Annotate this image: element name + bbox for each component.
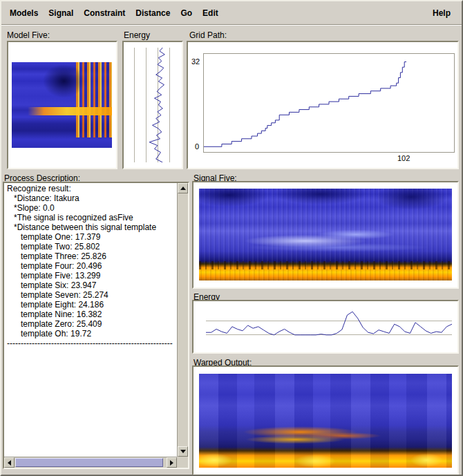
energy-model-plot	[128, 48, 179, 162]
energy-signal-panel	[192, 300, 459, 354]
process-description-panel: Recognize result: *Distance: Itakura *Sl…	[3, 182, 189, 469]
grid-path-plot	[203, 53, 455, 153]
scroll-right-button[interactable]	[167, 457, 177, 468]
menu-distance[interactable]: Distance	[135, 8, 170, 18]
energy-signal-plot	[206, 307, 452, 348]
scroll-left-button[interactable]	[4, 457, 15, 468]
up-arrow-icon	[180, 187, 186, 190]
process-text[interactable]: Recognize result: *Distance: Itakura *Sl…	[5, 183, 176, 456]
vertical-scrollbar[interactable]	[177, 183, 188, 457]
grid-path-ymax-tick: 32	[191, 57, 200, 66]
grid-path-ymin-tick: 0	[195, 142, 199, 151]
model-five-label: Model Five:	[7, 30, 50, 40]
energy-model-panel	[122, 41, 183, 169]
horizontal-scrollbar[interactable]	[4, 457, 177, 468]
menu-constraint[interactable]: Constraint	[84, 8, 125, 18]
left-arrow-icon	[8, 460, 11, 466]
scrollbar-corner	[177, 457, 188, 468]
signal-five-panel	[192, 181, 459, 289]
model-five-panel	[7, 41, 117, 169]
energy-model-label: Energy	[124, 30, 150, 40]
right-arrow-icon	[170, 460, 173, 466]
down-arrow-icon	[180, 450, 186, 453]
menu-signal[interactable]: Signal	[48, 8, 73, 18]
scroll-up-button[interactable]	[178, 183, 188, 193]
horizontal-scroll-thumb[interactable]	[15, 458, 163, 467]
menu-help[interactable]: Help	[433, 8, 451, 18]
warped-output-spectrogram	[199, 374, 452, 468]
menu-edit[interactable]: Edit	[202, 8, 218, 18]
menu-bar: Models Signal Constraint Distance Go Edi…	[1, 1, 462, 25]
grid-path-panel: 32 0 102	[187, 41, 459, 169]
grid-path-xmax-tick: 102	[397, 154, 410, 162]
menu-models[interactable]: Models	[10, 8, 38, 18]
scroll-down-button[interactable]	[178, 446, 188, 457]
signal-five-spectrogram	[199, 189, 452, 280]
app-window: Models Signal Constraint Distance Go Edi…	[0, 0, 463, 476]
menu-go[interactable]: Go	[180, 8, 192, 18]
warped-output-panel	[192, 365, 459, 475]
grid-path-label: Grid Path:	[189, 30, 227, 40]
model-five-spectrogram	[12, 62, 112, 148]
